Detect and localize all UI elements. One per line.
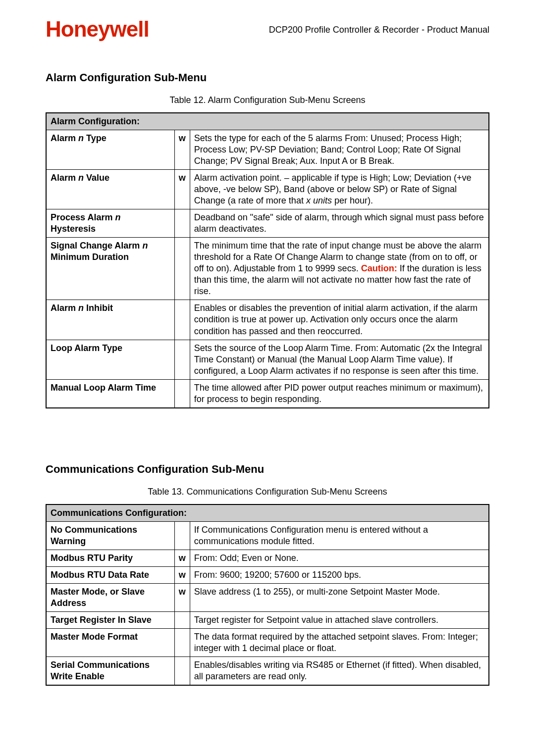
- table-row: Master Mode Format The data format requi…: [46, 628, 489, 656]
- param-desc: The data format required by the attached…: [190, 628, 489, 656]
- label-text: Alarm: [51, 133, 78, 143]
- table-row: Serial Communications Write Enable Enabl…: [46, 657, 489, 686]
- param-flag: w: [174, 130, 190, 170]
- label-text: Inhibit: [84, 303, 113, 313]
- alarm-config-table: Alarm Configuration: Alarm n Type w Sets…: [46, 112, 489, 408]
- param-desc: From: Odd; Even or None.: [190, 550, 489, 566]
- param-desc: Sets the type for each of the 5 alarms F…: [190, 130, 489, 170]
- param-flag: w: [174, 583, 190, 611]
- param-flag: [174, 340, 190, 379]
- table-section-row: Communications Configuration:: [46, 504, 489, 522]
- table-caption-12: Table 12. Alarm Configuration Sub-Menu S…: [46, 95, 489, 105]
- param-desc: Target register for Setpoint value in at…: [190, 611, 489, 628]
- param-flag: [174, 657, 190, 686]
- label-text: Minimum Duration: [51, 252, 129, 262]
- desc-text: per hour).: [332, 196, 373, 205]
- param-desc: Slave address (1 to 255), or multi-zone …: [190, 583, 489, 611]
- param-desc: Sets the source of the Loop Alarm Time. …: [190, 340, 489, 379]
- label-ital: n: [78, 303, 84, 313]
- honeywell-logo: Honeywell: [46, 17, 149, 42]
- param-flag: w: [174, 170, 190, 209]
- param-label: No Communications Warning: [46, 521, 174, 550]
- table-section-title: Alarm Configuration:: [46, 113, 489, 130]
- table-section-row: Alarm Configuration:: [46, 113, 489, 130]
- param-label: Alarm n Value: [46, 170, 174, 209]
- table-row: Alarm n Value w Alarm activation point. …: [46, 170, 489, 209]
- label-ital: n: [78, 133, 84, 143]
- param-flag: [174, 209, 190, 238]
- param-label: Process Alarm n Hysteresis: [46, 209, 174, 238]
- param-flag: [174, 611, 190, 628]
- param-desc: Alarm activation point. – applicable if …: [190, 170, 489, 209]
- section-heading-alarm: Alarm Configuration Sub-Menu: [46, 71, 489, 84]
- param-label: Alarm n Type: [46, 130, 174, 170]
- table-row: Modbus RTU Parity w From: Odd; Even or N…: [46, 550, 489, 566]
- param-flag: [174, 300, 190, 340]
- label-text: Hysteresis: [51, 224, 96, 234]
- param-flag: [174, 521, 190, 550]
- param-label: Modbus RTU Data Rate: [46, 566, 174, 583]
- label-ital: n: [142, 241, 148, 251]
- page-header: Honeywell DCP200 Profile Controller & Re…: [46, 17, 489, 42]
- section-heading-comms: Communications Configuration Sub-Menu: [46, 463, 489, 476]
- table-section-title: Communications Configuration:: [46, 504, 489, 522]
- label-ital: n: [115, 212, 120, 222]
- param-label: Modbus RTU Parity: [46, 550, 174, 566]
- table-row: Manual Loop Alarm Time The time allowed …: [46, 379, 489, 408]
- label-ital: n: [78, 173, 84, 183]
- param-label: Manual Loop Alarm Time: [46, 379, 174, 408]
- param-label: Master Mode, or Slave Address: [46, 583, 174, 611]
- param-desc: The time allowed after PID power output …: [190, 379, 489, 408]
- table-row: Target Register In Slave Target register…: [46, 611, 489, 628]
- param-desc: Enables/disables writing via RS485 or Et…: [190, 657, 489, 686]
- desc-ital: x units: [306, 196, 332, 205]
- param-desc: Deadband on "safe" side of alarm, throug…: [190, 209, 489, 238]
- table-row: Master Mode, or Slave Address w Slave ad…: [46, 583, 489, 611]
- label-text: Value: [84, 173, 109, 183]
- table-row: No Communications Warning If Communicati…: [46, 521, 489, 550]
- label-text: Type: [84, 133, 107, 143]
- label-text: Alarm: [51, 173, 78, 183]
- param-label: Master Mode Format: [46, 628, 174, 656]
- param-label: Target Register In Slave: [46, 611, 174, 628]
- desc-caution: Caution:: [361, 263, 397, 273]
- table-row: Loop Alarm Type Sets the source of the L…: [46, 340, 489, 379]
- label-text: Alarm: [51, 303, 78, 313]
- param-desc: From: 9600; 19200; 57600 or 115200 bps.: [190, 566, 489, 583]
- page: Honeywell DCP200 Profile Controller & Re…: [0, 0, 535, 756]
- comms-config-table: Communications Configuration: No Communi…: [46, 504, 489, 686]
- table-row: Signal Change Alarm n Minimum Duration T…: [46, 238, 489, 300]
- param-label: Alarm n Inhibit: [46, 300, 174, 340]
- param-flag: [174, 379, 190, 408]
- table-row: Modbus RTU Data Rate w From: 9600; 19200…: [46, 566, 489, 583]
- param-label: Serial Communications Write Enable: [46, 657, 174, 686]
- label-text: Process Alarm: [51, 212, 115, 222]
- param-flag: [174, 628, 190, 656]
- label-text: Signal Change Alarm: [51, 241, 142, 251]
- param-label: Loop Alarm Type: [46, 340, 174, 379]
- doc-title: DCP200 Profile Controller & Recorder - P…: [269, 25, 489, 35]
- param-desc: Enables or disables the prevention of in…: [190, 300, 489, 340]
- table-row: Process Alarm n Hysteresis Deadband on "…: [46, 209, 489, 238]
- param-label: Signal Change Alarm n Minimum Duration: [46, 238, 174, 300]
- param-flag: w: [174, 566, 190, 583]
- param-flag: [174, 238, 190, 300]
- param-flag: w: [174, 550, 190, 566]
- param-desc: The minimum time that the rate of input …: [190, 238, 489, 300]
- table-row: Alarm n Type w Sets the type for each of…: [46, 130, 489, 170]
- table-caption-13: Table 13. Communications Configuration S…: [46, 487, 489, 497]
- spacer: [46, 419, 489, 458]
- param-desc: If Communications Configuration menu is …: [190, 521, 489, 550]
- table-row: Alarm n Inhibit Enables or disables the …: [46, 300, 489, 340]
